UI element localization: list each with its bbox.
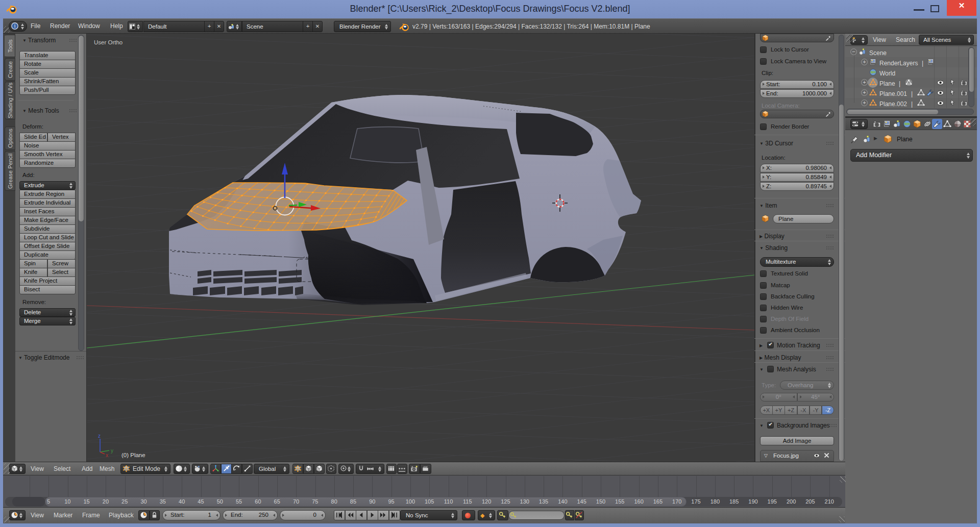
svg-text:y: y — [111, 448, 113, 454]
svg-text:(0) Plane: (0) Plane — [121, 452, 145, 458]
svg-text:z: z — [98, 433, 101, 439]
svg-text:User Ortho: User Ortho — [94, 39, 122, 45]
svg-text:i: i — [14, 23, 16, 29]
svg-text:x: x — [106, 453, 108, 458]
